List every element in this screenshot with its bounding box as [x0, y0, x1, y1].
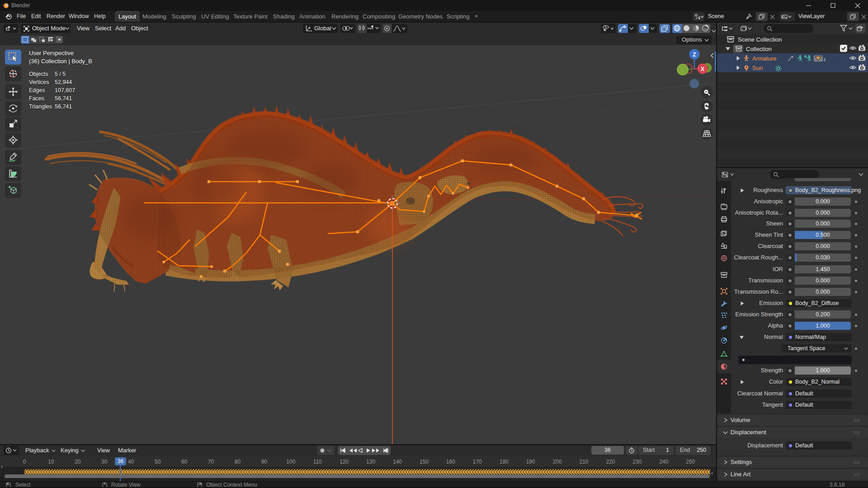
svg-text:3: 3: [823, 57, 826, 62]
